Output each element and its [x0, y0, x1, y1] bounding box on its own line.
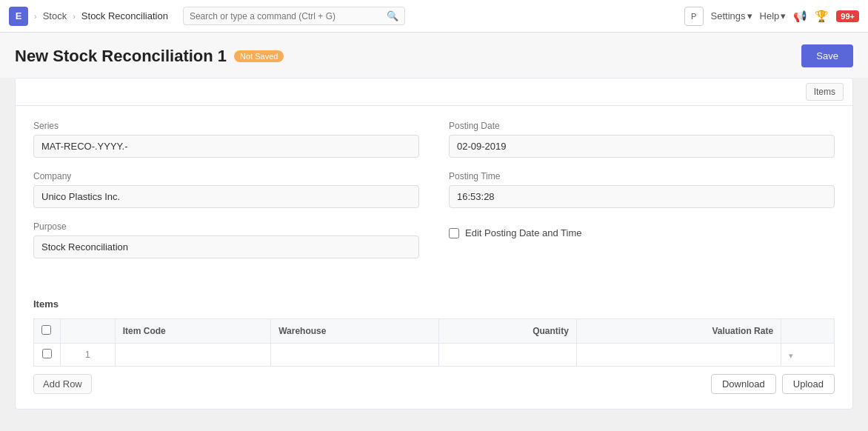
col-checkbox [34, 319, 61, 344]
search-icon: 🔍 [387, 10, 398, 21]
series-label: Series [33, 121, 419, 131]
posting-date-label: Posting Date [449, 121, 835, 131]
posting-date-group: Posting Date [449, 121, 835, 158]
col-quantity: Quantity [439, 319, 577, 344]
row-valuation-rate[interactable] [576, 344, 781, 367]
col-valuation-rate: Valuation Rate [576, 319, 781, 344]
purpose-input[interactable] [33, 235, 419, 258]
settings-chevron-icon: ▾ [747, 10, 752, 21]
table-actions: Download Upload [711, 374, 835, 394]
posting-date-input[interactable] [449, 135, 835, 158]
company-label: Company [33, 171, 419, 181]
form-row-1: Series Posting Date [33, 121, 835, 158]
row-warehouse[interactable] [271, 344, 439, 367]
breadcrumb-chevron2: › [73, 12, 76, 21]
breadcrumb-stock[interactable]: Stock [43, 10, 67, 21]
purpose-label: Purpose [33, 221, 419, 232]
row-item-code[interactable] [115, 344, 270, 367]
search-input[interactable] [190, 11, 387, 21]
save-button[interactable]: Save [801, 44, 853, 67]
edit-datetime-group: Edit Posting Date and Time [449, 221, 835, 258]
form-fields: Series Posting Date Company Posting Time [16, 106, 852, 287]
topbar-right-actions: P Settings ▾ Help ▾ 📢 🏆 99+ [684, 7, 859, 26]
page-header: New Stock Reconciliation 1 Not Saved Sav… [0, 33, 868, 78]
row-number: 1 [61, 344, 116, 367]
help-chevron-icon: ▾ [781, 10, 786, 21]
items-table: Item Code Warehouse Quantity Valuation R… [33, 318, 835, 367]
table-footer: Add Row Download Upload [33, 367, 835, 394]
trophy-icon[interactable]: 🏆 [815, 10, 829, 23]
main-content: Items Series Posting Date Company [0, 78, 868, 410]
series-input[interactable] [33, 135, 419, 158]
tab-items[interactable]: Items [806, 83, 844, 101]
profile-button[interactable]: P [684, 7, 704, 26]
company-input[interactable] [33, 185, 419, 208]
row-checkbox[interactable] [42, 349, 52, 358]
edit-datetime-label[interactable]: Edit Posting Date and Time [465, 227, 582, 238]
notification-badge[interactable]: 99+ [836, 10, 859, 22]
posting-time-group: Posting Time [449, 171, 835, 208]
topbar: E › Stock › Stock Reconciliation 🔍 P Set… [0, 0, 868, 33]
items-section: Items Item Code Warehouse Quantity Valua… [16, 287, 852, 409]
tab-bar: Items [16, 78, 852, 106]
form-card: Items Series Posting Date Company [15, 78, 853, 410]
megaphone-icon[interactable]: 📢 [793, 10, 807, 23]
edit-datetime-row: Edit Posting Date and Time [449, 227, 835, 238]
table-header-row: Item Code Warehouse Quantity Valuation R… [34, 319, 835, 344]
row-checkbox-cell [34, 344, 61, 367]
form-row-2: Company Posting Time [33, 171, 835, 208]
col-empty [61, 319, 116, 344]
col-actions [781, 319, 835, 344]
search-bar[interactable]: 🔍 [183, 7, 405, 25]
download-button[interactable]: Download [711, 374, 776, 394]
table-row: 1 ▾ [34, 344, 835, 367]
col-item-code: Item Code [115, 319, 270, 344]
edit-datetime-checkbox[interactable] [449, 228, 459, 238]
series-group: Series [33, 121, 419, 158]
posting-time-input[interactable] [449, 185, 835, 208]
row-quantity[interactable] [439, 344, 577, 367]
breadcrumb-stock-reconciliation[interactable]: Stock Reconciliation [81, 10, 168, 21]
app-logo: E [9, 7, 28, 26]
status-badge: Not Saved [234, 50, 284, 62]
page-title-area: New Stock Reconciliation 1 Not Saved [15, 47, 284, 66]
add-row-button[interactable]: Add Row [33, 374, 92, 394]
col-warehouse: Warehouse [271, 319, 439, 344]
purpose-group: Purpose [33, 221, 419, 258]
help-button[interactable]: Help ▾ [760, 10, 787, 21]
form-row-3: Purpose Edit Posting Date and Time [33, 221, 835, 258]
items-section-title: Items [33, 298, 835, 310]
settings-button[interactable]: Settings ▾ [711, 10, 752, 21]
posting-time-label: Posting Time [449, 171, 835, 181]
row-chevron-icon[interactable]: ▾ [789, 351, 793, 360]
company-group: Company [33, 171, 419, 208]
page-title: New Stock Reconciliation 1 [15, 47, 227, 66]
upload-button[interactable]: Upload [782, 374, 835, 394]
breadcrumb-chevron1: › [34, 12, 37, 21]
select-all-checkbox[interactable] [41, 325, 51, 335]
row-dropdown-cell: ▾ [781, 344, 835, 367]
